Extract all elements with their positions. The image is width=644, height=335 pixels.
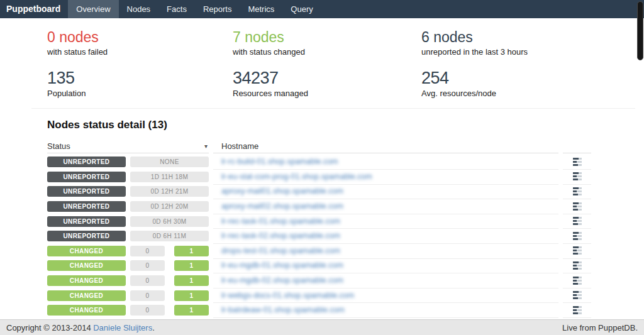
table-header: Status ▾ Hostname [47,140,591,153]
stat-unreported-value: 6 nodes [421,29,644,45]
hostname-link[interactable]: aproxy-mail02.shop.spamable.com [221,202,343,211]
stat-population-value: 135 [47,69,233,87]
table-row: CHANGED 01 drops-test-01.shop.spamable.c… [47,244,591,259]
hostname-cell: aproxy-mail01.shop.spamable.com [213,184,558,200]
stat-avg-resources-value: 254 [421,69,644,87]
status-badge: CHANGED [47,290,126,301]
section-divider [31,108,635,109]
tasks-icon[interactable] [573,246,582,255]
status-badge: UNREPORTED [47,216,126,227]
tab-overview[interactable]: Overview [68,0,118,18]
vertical-scrollbar-thumb[interactable] [637,1,643,60]
stats-row-top: 0 nodes with status failed 7 nodes with … [47,29,644,57]
tasks-icon[interactable] [573,172,582,180]
events-skipped-badge: 0 [130,290,165,301]
tasks-icon[interactable] [573,202,582,211]
stat-avg-resources-caption: Avg. resources/node [421,89,644,98]
hostname-link[interactable]: aproxy-mail01.shop.spamable.com [221,187,343,195]
stat-population-caption: Population [47,89,233,98]
status-cell: CHANGED [47,303,126,318]
stats-row-bottom: 135 Population 34237 Resources managed 2… [47,69,644,98]
actions-cell [563,184,591,200]
hostname-cell: aproxy-mail02.shop.spamable.com [213,199,558,214]
column-header-hostname[interactable]: Hostname [213,140,558,153]
report-detail-cell: 01 [130,288,209,303]
stat-resources: 34237 Resources managed [233,69,421,98]
status-badge: UNREPORTED [47,186,126,197]
report-detail-cell: 01 [130,244,209,259]
copyright-text: Copyright © 2013-2014 Daniele Sluijters. [6,320,155,335]
navbar: Puppetboard Overview Nodes Facts Reports… [0,0,644,18]
events-skipped-badge: 0 [130,275,165,286]
tab-reports[interactable]: Reports [195,0,240,18]
events-changed-badge: 1 [174,290,209,301]
tab-facts[interactable]: Facts [158,0,195,18]
tasks-icon[interactable] [573,261,582,270]
tasks-icon[interactable] [573,291,582,299]
events-changed-badge: 1 [174,305,209,316]
status-cell: UNREPORTED [47,229,126,244]
tab-metrics[interactable]: Metrics [240,0,282,18]
actions-cell [563,228,591,244]
tab-nodes[interactable]: Nodes [119,0,159,18]
actions-cell [563,273,591,288]
hostname-link[interactable]: lr-webgs-docs-01.shop.spamable.com [221,291,354,300]
table-row: UNREPORTED 0D 6H 11M lr-rec-task-02.shop… [47,229,591,244]
actions-cell [563,258,591,274]
status-cell: UNREPORTED [47,155,126,170]
actions-cell [563,155,591,170]
status-cell: UNREPORTED [47,199,126,214]
status-badge: UNREPORTED [47,201,126,212]
events-skipped-badge: 0 [130,246,165,256]
status-column-label: Status [47,141,70,151]
stat-changed: 7 nodes with status changed [233,29,421,57]
stat-changed-value: 7 nodes [233,29,421,45]
status-cell: CHANGED [47,288,126,303]
sort-caret-icon[interactable]: ▾ [204,143,208,150]
brand-link[interactable]: Puppetboard [0,0,68,18]
hostname-cell: lr-eu-stat-com-prog-01.shop.spamable.com [213,169,558,185]
puppetdb-status-text: Live from PuppetDB. [562,320,638,335]
hostname-link[interactable]: lr-eu-mgdb-01.shop.spamable.com [221,261,343,270]
stat-avg-resources: 254 Avg. resources/node [421,69,644,98]
report-age-badge: 1D 11H 18M [130,172,209,182]
column-header-status[interactable]: Status ▾ [47,140,209,153]
report-detail-cell: 0D 12H 20M [130,199,209,214]
stat-failed-value: 0 nodes [47,29,233,45]
status-cell: CHANGED [47,258,126,273]
report-age-badge: 0D 12H 20M [130,201,209,212]
hostname-link[interactable]: lr-batrdeaw-01.shop.spamable.com [221,305,345,314]
hostname-link[interactable]: lr-rec-task-02.shop.spamable.com [221,231,340,240]
tasks-icon[interactable] [573,158,582,166]
status-badge: UNREPORTED [47,157,126,167]
stat-failed: 0 nodes with status failed [47,29,233,57]
report-age-badge: 0D 12H 21M [130,186,209,197]
tasks-icon[interactable] [573,217,582,225]
author-link[interactable]: Daniele Sluijters [93,323,152,332]
tasks-icon[interactable] [573,232,582,240]
hostname-link[interactable]: lr-eu-stat-com-prog-01.shop.spamable.com [221,172,372,181]
page-title: Nodes status detail (13) [47,119,644,131]
stat-unreported-caption: unreported in the last 3 hours [421,47,644,57]
hostname-link[interactable]: lr-rc-build-01.shop.spamable.com [221,157,338,166]
tasks-icon[interactable] [573,187,582,195]
table-row: UNREPORTED 0D 12H 20M aproxy-mail02.shop… [47,199,591,214]
tasks-icon[interactable] [573,306,582,314]
tab-query[interactable]: Query [282,0,321,18]
hostname-link[interactable]: drops-test-01.shop.spamable.com [221,246,340,255]
report-age-badge: 0D 6H 30M [130,216,209,227]
report-detail-cell: 0D 6H 11M [130,229,209,244]
status-badge: UNREPORTED [47,172,126,182]
hostname-link[interactable]: lr-rec-task-01.shop.spamable.com [221,217,340,226]
events-changed-badge: 1 [174,246,209,256]
report-detail-cell: 01 [130,303,209,318]
hostname-link[interactable]: lr-eu-mgdb-02.shop.spamable.com [221,276,343,285]
hostname-column-label: Hostname [221,141,258,151]
table-row: UNREPORTED 0D 12H 21M aproxy-mail01.shop… [47,184,591,199]
copyright-prefix: Copyright © 2013-2014 [6,323,93,332]
hostname-cell: lr-eu-mgdb-01.shop.spamable.com [213,258,558,274]
table-row: UNREPORTED 0D 6H 30M lr-rec-task-01.shop… [47,214,591,229]
actions-cell [563,214,591,229]
tasks-icon[interactable] [573,277,582,285]
table-row: UNREPORTED 1D 11H 18M lr-eu-stat-com-pro… [47,170,591,185]
